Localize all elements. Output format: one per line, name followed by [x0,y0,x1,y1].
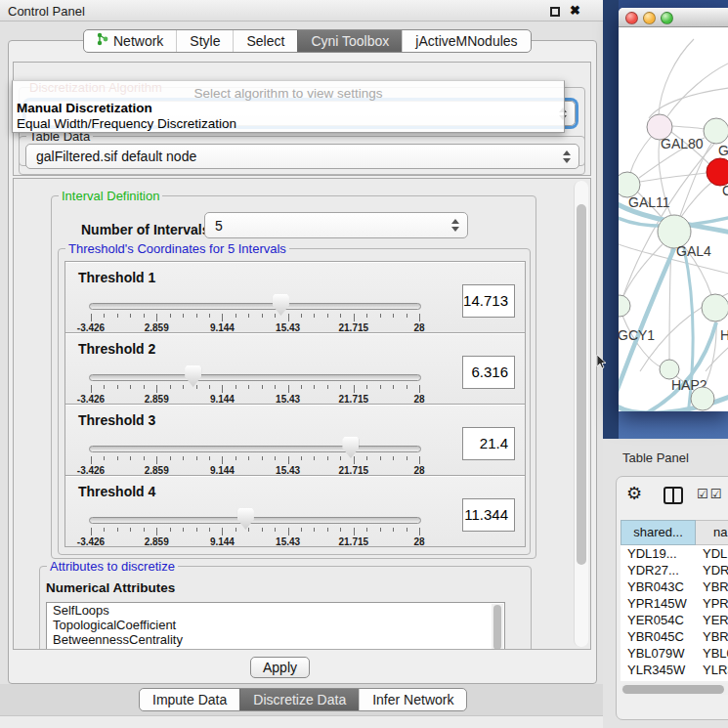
tab-infer-network[interactable]: Infer Network [359,689,466,710]
popup-option-manual-discretization[interactable]: Manual Discretization [17,101,152,115]
apply-button[interactable]: Apply [250,657,310,678]
table-row[interactable]: YBL079WYBL0 [621,645,728,662]
minor-tick [275,528,276,532]
close-icon[interactable]: ✖ [570,3,580,18]
tab-network[interactable]: Network [84,30,176,52]
network-node-h[interactable] [702,294,728,321]
table-data-combobox[interactable]: galFiltered.sif default node [25,144,579,169]
slider-track[interactable] [89,517,421,524]
cell-name: YDL1 [696,545,728,562]
minor-tick [248,314,249,318]
threshold-title: Threshold 3 [78,412,155,428]
threshold-slider[interactable]: -3.4262.8599.14415.4321.71528 [89,294,421,333]
minor-tick [209,314,210,318]
table-row[interactable]: YDL19...YDL1 [621,545,728,562]
minor-tick [104,314,105,318]
split-columns-icon[interactable] [664,487,683,504]
column-header-name[interactable]: na [696,520,728,545]
minor-tick [366,314,367,318]
combo-stepper-icon[interactable] [450,213,461,237]
column-checkboxes-icon[interactable]: ☑☑ [697,487,723,501]
control-panel-titlebar: Control Panel ✖ [0,0,603,21]
network-node-gcy1[interactable] [619,295,630,317]
tab-jactivemnodules[interactable]: jActiveMNodules [402,30,530,52]
minor-tick [236,528,236,532]
table-row[interactable]: YBR043CYBR0 [621,578,728,595]
popup-option-equal-width-frequency[interactable]: Equal Width/Frequency Discretization [17,116,236,131]
major-tick [354,528,355,535]
table-horizontal-scrollbar[interactable] [621,683,728,695]
minor-tick [104,385,105,389]
scrollbar-thumb[interactable] [493,605,501,650]
scrollbar-thumb[interactable] [622,685,724,694]
threshold-slider[interactable]: -3.4262.8599.14415.4321.71528 [89,508,421,547]
network-node-hap2[interactable] [660,360,679,379]
minor-tick [117,456,118,460]
numerical-attributes-list[interactable]: SelfLoopsTopologicalCoefficientBetweenne… [46,602,505,650]
minimize-traffic-light[interactable] [643,12,656,24]
minor-tick [262,528,263,532]
table-row[interactable]: YER054CYER0 [621,612,728,628]
minor-tick [407,528,407,532]
attribute-list-item[interactable]: BetweennessCentrality [47,632,504,647]
number-of-intervals-combobox[interactable]: 5 [204,212,468,238]
attribute-list-item[interactable]: TopologicalCoefficient [47,618,504,632]
cell-shared-name: YDL19... [621,545,696,562]
table-row[interactable]: YDR27...YDR2 [621,562,728,578]
tab-cyni-toolbox[interactable]: Cyni Toolbox [297,30,402,52]
float-window-icon[interactable] [550,7,560,17]
slider-track[interactable] [89,446,421,452]
minor-tick [393,456,394,460]
attributes-list-scrollbar[interactable] [492,604,503,650]
gear-icon[interactable]: ⚙ [626,483,642,504]
numerical-attributes-label: Numerical Attributes [46,580,175,595]
threshold-value-field[interactable]: 6.316 [462,356,515,389]
minor-tick [117,385,118,389]
threshold-value-field[interactable]: 11.344 [462,498,515,532]
threshold-slider[interactable]: -3.4262.8599.14415.4321.71528 [89,365,421,405]
slider-thumb[interactable] [273,294,289,316]
threshold-value-field[interactable]: 21.4 [462,427,515,460]
table-body[interactable]: YDL19...YDL1YDR27...YDR2YBR043CYBR0YPR14… [621,545,728,681]
minor-tick [144,528,145,532]
zoom-traffic-light[interactable] [661,12,673,24]
table-row[interactable]: YPR145WYPR1 [621,595,728,612]
slider-track[interactable] [89,374,421,381]
network-node-ga[interactable] [704,118,728,144]
major-tick [156,528,157,535]
threshold-value-field[interactable]: 14.713 [462,284,515,318]
slider-thumb[interactable] [342,437,359,458]
minor-tick [301,314,302,318]
threshold-panel-2: Threshold 2-3.4262.8599.14415.4321.71528… [64,332,526,405]
threshold-panel-4: Threshold 4-3.4262.8599.14415.4321.71528… [64,475,526,547]
settings-scroll-panel: Interval Definition Number of Intervals … [13,178,591,650]
cell-shared-name: YDR27... [621,562,696,578]
column-header-shared[interactable]: shared... [621,520,696,545]
threshold-list: Threshold 1-3.4262.8599.14415.4321.71528… [64,262,526,547]
network-node-c[interactable] [707,158,728,186]
settings-vertical-scrollbar[interactable] [574,181,588,647]
network-icon [97,30,108,52]
combo-stepper-icon[interactable] [561,145,573,168]
slider-thumb[interactable] [185,365,201,387]
close-traffic-light[interactable] [625,12,638,24]
tab-impute-data[interactable]: Impute Data [140,689,239,710]
table-row[interactable]: YIL052CYIL0 [621,678,728,681]
attribute-list-item[interactable]: SelfLoops [47,603,504,618]
threshold-slider[interactable]: -3.4262.8599.14415.4321.71528 [89,437,421,476]
network-node[interactable] [691,387,714,410]
minor-tick [183,385,184,389]
slider-track[interactable] [89,303,421,310]
tab-select[interactable]: Select [233,30,297,52]
minor-tick [366,456,367,460]
minor-tick [104,456,105,460]
minor-tick [170,456,171,460]
table-row[interactable]: YLR345WYLR3 [621,662,728,678]
slider-thumb[interactable] [237,508,254,530]
attributes-group: Attributes to discretize Numerical Attri… [39,566,532,650]
tab-style[interactable]: Style [176,30,233,52]
tab-discretize-data[interactable]: Discretize Data [239,689,359,710]
scrollbar-thumb[interactable] [577,204,586,565]
network-canvas[interactable]: GAL80GACGAL11GAL4GCY1HHAP2 [619,27,728,411]
table-row[interactable]: YBR045CYBR0 [621,628,728,645]
